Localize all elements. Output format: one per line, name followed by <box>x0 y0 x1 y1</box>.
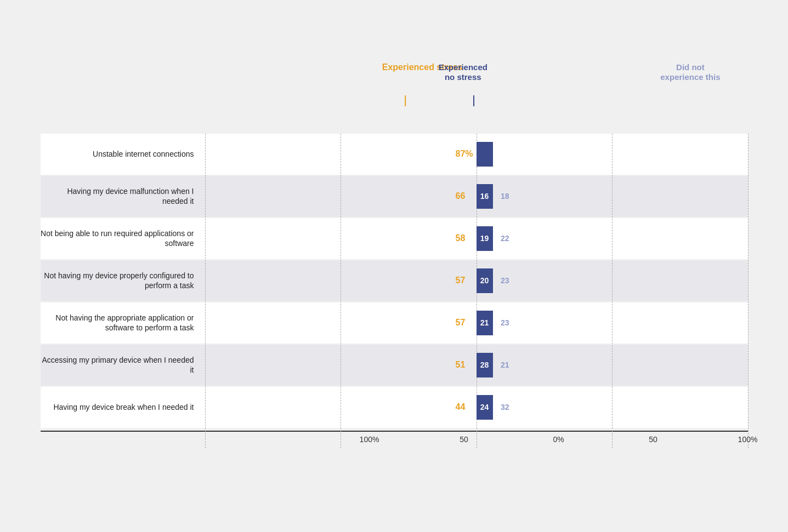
right-bar-container: 2023 <box>477 268 493 293</box>
row-label: Not having the appropriate application o… <box>41 313 205 333</box>
chart-container: Experienced stressExperienced no stressD… <box>24 52 764 481</box>
stress-value: 44 <box>456 402 466 412</box>
not-exp-value: 22 <box>501 234 509 243</box>
row-label: Having my device break when I needed it <box>41 402 205 412</box>
right-bar-container: 2821 <box>477 353 493 377</box>
stress-value: 57 <box>456 276 466 285</box>
no-stress-bar: 21 <box>477 311 493 335</box>
no-stress-bar: 19 <box>477 226 493 251</box>
no-stress-bar: 24 <box>477 395 493 420</box>
row-label: Not being able to run required applicati… <box>41 228 205 248</box>
bars-wrapper: 581922 <box>205 218 748 259</box>
no-stress-bar: 16 <box>477 184 493 209</box>
not-exp-value: 32 <box>501 403 509 411</box>
x-label-100-left: 100% <box>360 435 379 444</box>
x-axis-labels: 100% 50 0% 50 100% <box>370 432 748 448</box>
right-bar-container: 2432 <box>477 395 493 420</box>
table-row: Unstable internet connections87%7%6% <box>41 134 748 175</box>
no-stress-bar: 28 <box>477 353 493 377</box>
row-label: Unstable internet connections <box>41 149 205 159</box>
no-stress-bar: 20 <box>477 268 493 293</box>
no-stress-value: 19 <box>480 234 489 243</box>
row-label: Not having my device properly configured… <box>41 271 205 290</box>
table-row: Not having my device properly configured… <box>41 260 748 301</box>
dashed-line <box>748 134 749 448</box>
x-axis: 100% 50 0% 50 100% <box>41 431 748 448</box>
right-bar-container: 1922 <box>477 226 493 251</box>
not-exp-value: 23 <box>501 318 509 327</box>
row-label: Accessing my primary device when I neede… <box>41 355 205 375</box>
stress-value: 57 <box>456 318 466 328</box>
legend: Experienced stressExperienced no stressD… <box>41 62 748 117</box>
table-row: Having my device break when I needed it4… <box>41 387 748 428</box>
bars-wrapper: 572123 <box>205 302 748 344</box>
no-stress-value: 21 <box>480 318 489 327</box>
table-row: Accessing my primary device when I neede… <box>41 345 748 386</box>
legend-right: Experienced stressExperienced no stressD… <box>211 62 737 117</box>
not-exp-value: 21 <box>501 361 509 369</box>
stress-value: 58 <box>456 233 466 243</box>
table-row: Not being able to run required applicati… <box>41 218 748 259</box>
stress-value: 66 <box>456 191 466 201</box>
not-exp-value: 23 <box>501 276 509 285</box>
x-label-50-left: 50 <box>460 435 468 444</box>
stress-value: 87% <box>456 149 473 159</box>
bars-wrapper: 572023 <box>205 260 748 301</box>
not-exp-value: 18 <box>501 192 509 201</box>
x-label-0: 0% <box>553 435 564 444</box>
table-row: Not having the appropriate application o… <box>41 302 748 344</box>
bars-wrapper: 661618 <box>205 176 748 217</box>
right-bar-container: 1618 <box>477 184 493 209</box>
chart-rows-container: Unstable internet connections87%7%6%Havi… <box>41 134 748 448</box>
right-bar-container: 2123 <box>477 311 493 335</box>
no-stress-value: 16 <box>480 192 489 201</box>
no-stress-bar <box>477 142 493 167</box>
x-label-50-right: 50 <box>649 435 657 444</box>
right-bar-container <box>477 142 493 167</box>
bars-wrapper: 512821 <box>205 345 748 386</box>
no-stress-value: 24 <box>480 403 489 411</box>
bars-wrapper: 87%7%6% <box>205 134 748 175</box>
stress-value: 51 <box>456 360 466 370</box>
no-stress-value: 20 <box>480 276 489 285</box>
table-row: Having my device malfunction when I need… <box>41 176 748 217</box>
no-stress-value: 28 <box>480 361 489 369</box>
row-label: Having my device malfunction when I need… <box>41 186 205 206</box>
x-label-100-right: 100% <box>738 435 758 444</box>
rows-container: Unstable internet connections87%7%6%Havi… <box>41 134 748 428</box>
bars-wrapper: 442432 <box>205 387 748 428</box>
legend-svg-pointers <box>211 62 737 117</box>
